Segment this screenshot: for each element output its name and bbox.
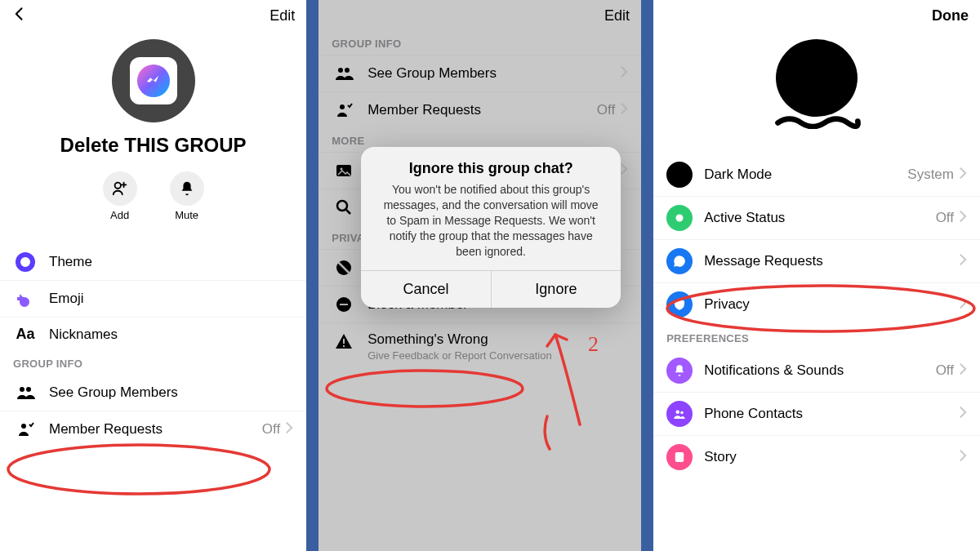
pane-me-settings: Done Dark Mode System Active Status Off … (653, 0, 980, 551)
active-status-icon (666, 205, 693, 231)
theme-label: Theme (49, 254, 293, 270)
emoji-icon (13, 289, 38, 309)
section-group-info-b: GROUP INFO (318, 31, 641, 55)
message-requests-icon (666, 248, 693, 274)
member-requests-icon (332, 100, 356, 120)
active-status-row[interactable]: Active Status Off (653, 196, 980, 239)
svg-point-4 (21, 424, 26, 429)
member-requests-row[interactable]: Member Requests Off (0, 411, 306, 447)
something-wrong-label: Something's Wrong (368, 331, 628, 348)
story-row[interactable]: Story (653, 435, 980, 478)
see-group-members-row-b[interactable]: See Group Members (318, 55, 641, 91)
members-icon (13, 383, 38, 402)
member-requests-label: Member Requests (49, 421, 251, 438)
chevron-right-icon (620, 102, 628, 119)
svg-point-3 (26, 387, 31, 392)
pane-group-detail: Edit Delete THIS GROUP Add Mute Theme (0, 0, 306, 551)
see-group-members-label-b: See Group Members (368, 65, 608, 82)
privacy-row[interactable]: Privacy (653, 282, 980, 326)
member-requests-val-b: Off (597, 102, 615, 118)
svg-rect-16 (343, 345, 345, 347)
mute-label: Mute (175, 209, 198, 221)
chevron-right-icon (620, 65, 628, 82)
chevron-right-icon (959, 449, 967, 466)
privacy-icon (666, 291, 693, 318)
ignore-group-modal: Ignore this group chat? You won't be not… (361, 147, 621, 308)
dark-mode-icon (666, 162, 693, 188)
emoji-row[interactable]: Emoji (0, 280, 306, 317)
notifications-row[interactable]: Notifications & Sounds Off (653, 349, 980, 392)
member-requests-row-b[interactable]: Member Requests Off (318, 91, 641, 128)
chevron-right-icon (959, 253, 967, 270)
modal-ignore-button[interactable]: Ignore (491, 271, 621, 308)
svg-point-1 (22, 259, 29, 265)
ignore-icon (332, 258, 356, 278)
svg-point-11 (337, 201, 347, 211)
annotation-circle-members (0, 445, 294, 502)
section-group-info-a: GROUP INFO (0, 351, 306, 375)
mute-button[interactable]: Mute (170, 171, 204, 221)
section-preferences: PREFERENCES (653, 326, 980, 349)
nicknames-icon: Aa (13, 326, 38, 343)
member-requests-icon (13, 420, 38, 439)
add-button[interactable]: Add (103, 171, 137, 221)
svg-point-2 (20, 387, 24, 392)
svg-point-19 (676, 260, 678, 262)
photo-icon (332, 161, 356, 180)
modal-title: Ignore this group chat? (361, 147, 621, 182)
group-avatar[interactable] (112, 39, 195, 122)
back-icon[interactable] (11, 6, 28, 25)
svg-point-8 (340, 104, 345, 109)
group-title: Delete THIS GROUP (60, 134, 247, 157)
theme-icon (13, 252, 38, 272)
svg-point-5 (8, 445, 270, 494)
active-status-val: Off (936, 210, 954, 226)
dark-mode-val: System (907, 167, 954, 183)
active-status-label: Active Status (704, 210, 924, 226)
story-icon (666, 444, 693, 470)
message-requests-row[interactable]: Message Requests (653, 239, 980, 282)
see-group-members-row[interactable]: See Group Members (0, 375, 306, 411)
modal-cancel-button[interactable]: Cancel (361, 271, 490, 308)
something-wrong-row[interactable]: Something's Wrong Give Feedback or Repor… (318, 322, 641, 370)
chevron-right-icon (959, 296, 967, 313)
svg-rect-14 (340, 304, 348, 305)
svg-rect-24 (675, 452, 684, 462)
edit-button-b[interactable]: Edit (604, 7, 630, 24)
phone-contacts-label: Phone Contacts (704, 406, 947, 422)
edit-button[interactable]: Edit (270, 7, 295, 24)
see-group-members-label: See Group Members (49, 384, 293, 401)
something-wrong-sub: Give Feedback or Report Conversation (368, 349, 628, 362)
svg-point-21 (681, 260, 683, 262)
chevron-right-icon (959, 406, 967, 423)
svg-point-18 (676, 215, 684, 222)
theme-row[interactable]: Theme (0, 244, 306, 280)
block-icon (332, 295, 356, 314)
member-requests-label-b: Member Requests (368, 102, 586, 118)
add-label: Add (110, 209, 129, 221)
search-icon (332, 198, 356, 217)
nicknames-row[interactable]: Aa Nicknames (0, 317, 306, 351)
notifications-val: Off (936, 362, 954, 379)
chevron-right-icon (959, 210, 967, 227)
story-label: Story (704, 449, 947, 465)
members-icon (332, 64, 356, 83)
svg-point-6 (338, 68, 343, 73)
svg-rect-15 (343, 339, 345, 344)
svg-point-20 (679, 260, 680, 262)
done-button[interactable]: Done (932, 7, 969, 24)
member-requests-val: Off (262, 421, 280, 438)
dark-mode-row[interactable]: Dark Mode System (653, 153, 980, 196)
notifications-icon (666, 358, 693, 384)
avatar-redacted (766, 39, 868, 129)
svg-point-23 (680, 411, 683, 414)
phone-contacts-row[interactable]: Phone Contacts (653, 392, 980, 435)
message-requests-label: Message Requests (704, 253, 947, 269)
notifications-label: Notifications & Sounds (704, 362, 924, 379)
warning-icon (332, 331, 356, 351)
dark-mode-label: Dark Mode (704, 167, 896, 183)
privacy-label: Privacy (704, 296, 947, 313)
chevron-right-icon (959, 362, 967, 380)
modal-body: You won't be notified about this group's… (361, 182, 621, 270)
chevron-right-icon (285, 421, 293, 438)
